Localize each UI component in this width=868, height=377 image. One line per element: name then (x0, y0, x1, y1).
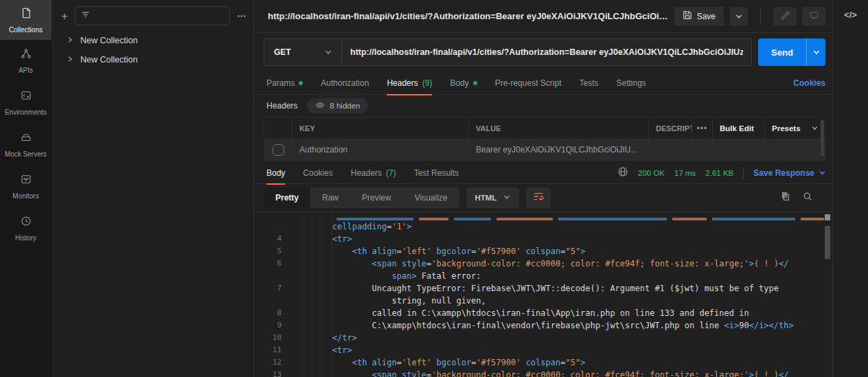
header-value-cell[interactable]: Bearer eyJ0eXAiOiJKV1QiLCJhbGciOiJIU... (468, 139, 648, 160)
save-response-button[interactable]: Save Response (753, 168, 825, 178)
response-tab-headers[interactable]: Headers (7) (351, 162, 396, 184)
empty-cell (692, 139, 712, 160)
apis-icon (20, 47, 32, 62)
tab-tests[interactable]: Tests (579, 71, 598, 95)
tab-settings[interactable]: Settings (617, 71, 646, 95)
view-visualize[interactable]: Visualize (403, 187, 459, 208)
tab-authorization[interactable]: Authorization (321, 71, 369, 95)
main-panel: http://localhost/iran-final/api/v1/citie… (254, 0, 832, 377)
tab-label: Body (450, 78, 468, 88)
tab-label: Body (266, 168, 285, 178)
headers-count: (9) (422, 78, 433, 88)
code-line: 11 <tr> (254, 344, 824, 356)
scrollbar-thumb[interactable] (825, 226, 830, 259)
rail-label: Collections (9, 26, 43, 34)
request-builder: GET Send (254, 33, 832, 71)
chevron-down-icon (325, 46, 332, 58)
search-icon[interactable] (802, 191, 813, 205)
send-button[interactable]: Send (758, 38, 825, 66)
code-line: string, null given, (254, 295, 824, 307)
sidebar-item-history[interactable]: History (0, 207, 52, 249)
response-meta: 200 OK 17 ms 2.61 KB Save Response (617, 166, 825, 180)
tab-label: Authorization (321, 78, 369, 88)
cookies-link[interactable]: Cookies (793, 78, 825, 88)
row-checkbox[interactable] (273, 144, 284, 156)
save-button[interactable]: Save (674, 7, 724, 26)
request-topbar: http://localhost/iran-final/api/v1/citie… (254, 0, 832, 33)
format-dropdown[interactable]: HTML (466, 187, 520, 208)
rail-label: Environments (5, 108, 47, 116)
response-tab-body[interactable]: Body (266, 162, 285, 184)
view-preview[interactable]: Preview (350, 187, 403, 208)
add-collection-button[interactable]: + (61, 10, 68, 22)
divider (743, 167, 744, 179)
sidebar-more-button[interactable]: ••• (237, 12, 247, 20)
header-description-cell[interactable] (648, 139, 692, 160)
copy-icon[interactable] (780, 191, 791, 205)
response-tab-test-results[interactable]: Test Results (414, 162, 459, 184)
code-line: 8 called in C:\xampp\htdocs\iran-final\A… (254, 307, 824, 319)
code-line: 9 C:\xampp\htdocs\iran-final\vendor\fire… (254, 319, 824, 332)
tab-body[interactable]: Body (450, 71, 477, 95)
presets-dropdown[interactable]: Presets (764, 117, 825, 139)
empty-cell (712, 139, 764, 160)
view-switcher: Pretty Raw Preview Visualize (264, 187, 459, 208)
sidebar-filter[interactable] (75, 6, 231, 25)
chevron-down-icon (503, 194, 510, 202)
headers-table: KEY VALUE DESCRIPTI ••• Bulk Edit Preset… (264, 117, 825, 161)
save-options-button[interactable] (730, 7, 748, 26)
collection-item[interactable]: New Collection (52, 31, 253, 50)
response-tab-cookies[interactable]: Cookies (303, 162, 332, 184)
wrap-lines-button[interactable] (526, 187, 551, 208)
tab-label: Headers (351, 168, 382, 178)
edit-button[interactable] (773, 7, 797, 26)
sidebar-item-monitors[interactable]: Monitors (0, 165, 52, 207)
activity-bar: Collections APIs Environments Mock Serve… (0, 0, 52, 377)
rail-label: Mock Servers (5, 150, 47, 158)
history-icon (20, 215, 32, 230)
header-cell (264, 117, 292, 139)
response-headers-count: (7) (386, 168, 396, 178)
view-raw[interactable]: Raw (310, 187, 350, 208)
header-key-cell[interactable]: Authorization (292, 139, 468, 160)
method-label: GET (274, 47, 291, 57)
code-scrollbar[interactable] (824, 214, 831, 375)
method-selector[interactable]: GET (264, 39, 342, 65)
rail-label: APIs (19, 67, 33, 74)
collections-icon (20, 7, 32, 22)
hidden-headers-toggle[interactable]: 8 hidden (307, 98, 368, 113)
hidden-headers-label: 8 hidden (330, 102, 360, 110)
code-snippet-icon[interactable]: </> (844, 10, 857, 23)
view-pretty[interactable]: Pretty (264, 187, 310, 208)
tab-params[interactable]: Params (266, 71, 303, 95)
bulk-edit-button[interactable]: Bulk Edit (712, 117, 764, 139)
sidebar-toolbar: + ••• (52, 0, 253, 31)
url-input[interactable] (342, 39, 751, 65)
sidebar-item-environments[interactable]: Environments (0, 82, 52, 124)
table-scrollbar[interactable] (821, 119, 824, 157)
code-lines: cellpadding='1'>4 <tr>5 <th align='left'… (254, 220, 824, 377)
chevron-right-icon (67, 36, 73, 45)
send-options-button[interactable] (806, 38, 825, 66)
collection-item[interactable]: New Collection (52, 50, 253, 69)
right-rail: </> (832, 0, 868, 377)
status-badge: 200 OK (638, 169, 665, 177)
tab-pre-request-script[interactable]: Pre-request Script (495, 71, 562, 95)
code-line: 12 <th align='left' bgcolor='#f57900' co… (254, 356, 824, 369)
rail-label: History (15, 234, 36, 242)
comment-button[interactable] (802, 7, 825, 26)
sidebar-item-collections[interactable]: Collections (0, 0, 52, 40)
monitors-icon (20, 173, 32, 188)
globe-icon[interactable] (617, 166, 628, 180)
headers-section-header: Headers 8 hidden (254, 95, 832, 117)
code-line: 5 <th align='left' bgcolor='#f57900' col… (254, 245, 824, 258)
column-options-button[interactable]: ••• (692, 117, 712, 139)
tab-headers[interactable]: Headers (9) (387, 71, 432, 95)
code-line: cellpadding='1'> (254, 220, 824, 233)
sidebar-item-mock-servers[interactable]: Mock Servers (0, 124, 52, 165)
comment-icon (809, 10, 819, 23)
response-time: 17 ms (674, 169, 696, 177)
sidebar-item-apis[interactable]: APIs (0, 40, 52, 82)
scrollbar-cap (825, 214, 830, 220)
sidebar-filter-input[interactable] (95, 11, 225, 21)
